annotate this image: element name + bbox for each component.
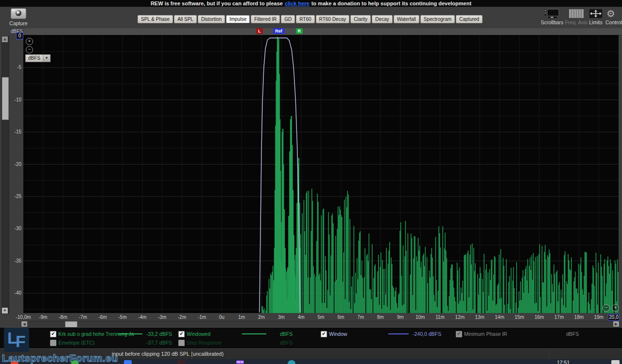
x-axis-tick-label: -4m xyxy=(138,314,146,320)
limits-icon xyxy=(589,9,603,18)
x-axis-tick-label: 2m xyxy=(258,314,265,320)
tab-gd[interactable]: GD xyxy=(281,15,295,23)
tab-spectrogram[interactable]: Spectrogram xyxy=(420,15,455,23)
y-zoom-in-button[interactable]: + xyxy=(26,38,33,45)
x-axis-tick-label: -5m xyxy=(119,314,127,320)
marker-ref[interactable]: Ref xyxy=(273,28,285,34)
capture-button[interactable]: Capture xyxy=(6,8,31,28)
vertical-scroll-thumb[interactable] xyxy=(2,77,9,120)
y-axis-tick-label: -30 xyxy=(9,226,21,231)
window-value: -240,0 dBFS xyxy=(413,331,441,337)
freq-axis-icon xyxy=(568,9,585,18)
scroll-down-arrow[interactable]: ▼ xyxy=(2,308,8,314)
freq-axis-button[interactable]: Freq. Axis xyxy=(565,9,588,25)
x-axis-tick-label: 1m xyxy=(238,314,245,320)
marker-r[interactable]: R xyxy=(296,28,303,34)
limits-button[interactable]: Limits xyxy=(587,9,605,25)
x-axis-tick-label: 6m xyxy=(337,314,344,320)
min-phase-checkbox[interactable]: ✔ xyxy=(456,331,462,337)
x-axis-tick-label: -6m xyxy=(99,314,107,320)
x-axis-tick-label: 8m xyxy=(377,314,384,320)
camera-icon xyxy=(11,8,26,19)
status-divider xyxy=(548,349,549,359)
donation-link[interactable]: click here xyxy=(285,0,310,6)
tab-filtered-ir[interactable]: Filtered IR xyxy=(251,15,280,23)
vertical-scrollbar[interactable]: ▲ ▼ xyxy=(1,36,9,314)
y-zoom-out-button[interactable]: − xyxy=(26,46,33,53)
window-line-sample xyxy=(388,333,409,334)
impulse-plot[interactable] xyxy=(23,35,619,313)
scrollbars-icon xyxy=(544,9,560,18)
tray-icon[interactable] xyxy=(611,360,620,364)
x-axis-tick-label: 12m xyxy=(455,314,465,320)
x-axis-end-limit-field[interactable]: 20,0 xyxy=(608,314,620,321)
marker-l[interactable]: L xyxy=(256,28,263,34)
controls-button[interactable]: ⚙ Controls xyxy=(605,9,622,25)
donation-text-after: to make a donation to help support its c… xyxy=(311,0,471,6)
x-axis-tick-label: -8m xyxy=(59,314,67,320)
scrollbars-button[interactable]: Scrollbars xyxy=(540,9,564,25)
tab-bar: SPL & PhaseAll SPLDistortionImpulseFilte… xyxy=(138,15,483,23)
watermark-text: LautsprecherForum.eu xyxy=(2,352,118,364)
y-axis-tick-label: -35 xyxy=(9,258,21,264)
step-response-label: Step Response xyxy=(187,340,222,346)
x-axis-tick-label: 3m xyxy=(278,314,285,320)
x-axis-tick-label: 10m xyxy=(415,314,425,320)
scroll-left-arrow[interactable]: ◀ xyxy=(21,321,27,327)
step-response-value: dBFS xyxy=(280,340,293,346)
trace1-checkbox[interactable]: ✔ xyxy=(50,331,56,337)
tab-all-spl[interactable]: All SPL xyxy=(174,15,197,23)
tab-rt60[interactable]: RT60 xyxy=(296,15,314,23)
x-axis-tick-label: -10,0m xyxy=(16,314,31,320)
status-text: input before clipping 120 dB SPL (uncali… xyxy=(112,351,224,357)
tab-spl-phase[interactable]: SPL & Phase xyxy=(138,15,173,23)
y-axis-top-limit-field[interactable]: 0 xyxy=(16,33,23,39)
scroll-right-arrow[interactable]: ▶ xyxy=(613,321,619,327)
tab-captured[interactable]: Captured xyxy=(456,15,483,23)
tab-waterfall[interactable]: Waterfall xyxy=(394,15,419,23)
taskbar-clock[interactable]: 17:51 xyxy=(557,360,570,364)
donation-text-before: REW is free software, but if you can aff… xyxy=(151,0,283,6)
rew-app-taskbar-icon[interactable]: REW xyxy=(236,360,244,364)
x-axis-tick-label: -7m xyxy=(79,314,87,320)
step-response-checkbox[interactable] xyxy=(178,340,185,346)
x-zoom-out-button[interactable]: − xyxy=(603,304,610,312)
x-axis-tick-label: 9m xyxy=(397,314,404,320)
min-phase-label: Minimum Phase IR xyxy=(464,331,507,337)
tab-decay[interactable]: Decay xyxy=(372,15,392,23)
x-axis-tick-label: 16m xyxy=(535,314,544,320)
tab-clarity[interactable]: Clarity xyxy=(350,15,371,23)
tab-impulse[interactable]: Impulse xyxy=(226,15,250,23)
dark-app-taskbar-icon[interactable] xyxy=(177,360,185,364)
tab-rt60-decay[interactable]: RT60 Decay xyxy=(316,15,349,23)
window-checkbox[interactable]: ✔ xyxy=(321,331,327,337)
min-phase-value: dBFS xyxy=(566,331,579,337)
x-axis-tick-label: 4m xyxy=(298,314,305,320)
y-axis-tick-label: -40 xyxy=(9,290,21,296)
status-divider xyxy=(190,349,191,359)
x-axis-tick-label: 7m xyxy=(357,314,364,320)
scroll-up-arrow[interactable]: ▲ xyxy=(2,36,8,42)
y-axis-unit-dropdown-value: dBFS xyxy=(25,54,43,62)
x-zoom-in-button[interactable]: + xyxy=(612,304,619,312)
x-axis-tick-label: 17m xyxy=(554,314,564,320)
teal-app-taskbar-icon[interactable] xyxy=(288,360,295,364)
blue-app-taskbar-icon[interactable] xyxy=(124,360,132,364)
donation-banner: REW is free software, but if you can aff… xyxy=(0,0,622,7)
windowed-checkbox[interactable]: ✔ xyxy=(178,331,185,337)
limits-label: Limits xyxy=(587,19,605,25)
window-label: Window xyxy=(329,331,347,337)
watermark-logo: LF xyxy=(4,328,29,352)
trace1-value: -33,2 dBFS xyxy=(146,331,172,337)
envelope-checkbox[interactable] xyxy=(50,340,56,346)
tab-distortion[interactable]: Distortion xyxy=(198,15,225,23)
legend-panel: ✔ Krk sub o grad hohe Trennung Ja -33,2 … xyxy=(0,327,622,349)
scrollbars-label: Scrollbars xyxy=(540,19,564,25)
y-axis-tick-label: -10 xyxy=(9,97,21,102)
capture-label: Capture xyxy=(6,20,31,26)
windowed-label: Windowed xyxy=(187,331,210,337)
y-axis-unit-dropdown[interactable]: dBFS ▼ xyxy=(25,54,51,62)
x-axis-tick-label: 13m xyxy=(475,314,484,320)
freq-axis-label: Freq. Axis xyxy=(565,19,588,25)
gear-icon: ⚙ xyxy=(606,9,622,18)
